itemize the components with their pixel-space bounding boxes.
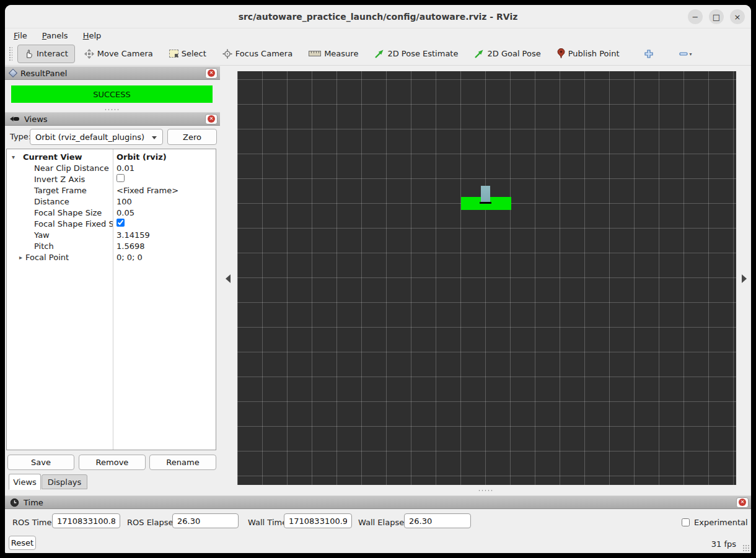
interact-tool-button[interactable]: Interact (17, 45, 75, 63)
property-value[interactable]: 0.01 (113, 163, 134, 173)
property-row[interactable]: Pitch 1.5698 (7, 240, 216, 251)
reset-button[interactable]: Reset (9, 536, 36, 550)
view-type-value: Orbit (rviz_default_plugins) (35, 133, 144, 142)
views-panel-header[interactable]: Views ✕ (5, 112, 220, 126)
property-row[interactable]: Near Clip Distance 0.01 (7, 162, 216, 173)
select-tool-button[interactable]: Select (162, 45, 213, 63)
close-icon: ✕ (739, 499, 746, 506)
tool-label: Publish Point (568, 49, 620, 58)
maximize-button[interactable]: □ (709, 9, 724, 24)
ros-elapsed-input[interactable] (172, 513, 239, 528)
panel-tabbar: Views Displays (5, 474, 220, 490)
menu-file[interactable]: File (14, 31, 27, 40)
ros-time-input[interactable] (52, 513, 120, 528)
pose-estimate-tool-button[interactable]: 2D Pose Estimate (367, 45, 465, 63)
chevron-down-icon (152, 136, 157, 139)
rename-button[interactable]: Rename (149, 455, 216, 470)
views-panel-icon (10, 116, 20, 122)
tool-label: Focus Camera (235, 49, 292, 58)
render-viewport[interactable] (237, 71, 736, 485)
toolbar-drag-handle[interactable] (9, 46, 12, 61)
property-value[interactable]: 0; 0; 0 (113, 253, 143, 262)
collapse-right-arrow-icon[interactable] (742, 274, 747, 283)
property-value[interactable]: <Fixed Frame> (113, 186, 178, 195)
wall-elapsed-input[interactable] (404, 513, 471, 528)
view-type-combobox[interactable]: Orbit (rviz_default_plugins) (30, 129, 163, 145)
minus-icon (679, 49, 688, 59)
move-arrows-icon (84, 49, 94, 59)
tab-views[interactable]: Views (9, 474, 41, 490)
tool-label: 2D Pose Estimate (387, 49, 458, 58)
property-row[interactable]: Distance 100 (7, 196, 216, 207)
tab-displays[interactable]: Displays (42, 474, 87, 489)
green-arrow-icon (474, 49, 484, 59)
status-banner: SUCCESS (11, 85, 213, 103)
property-value[interactable]: 3.14159 (113, 230, 150, 240)
map-pin-icon (557, 48, 565, 59)
result-panel-title: ResultPanel (20, 69, 67, 78)
tool-label: Interact (37, 49, 68, 58)
green-arrow-icon (374, 49, 384, 59)
focal-shape-fixed-size-checkbox[interactable] (116, 219, 125, 227)
tool-label: Move Camera (97, 49, 153, 58)
left-panel: ResultPanel ✕ SUCCESS Views ✕ Type: Orbi… (5, 66, 220, 495)
property-row[interactable]: ▸ Focal Point 0; 0; 0 (7, 251, 216, 263)
focus-camera-tool-button[interactable]: Focus Camera (216, 45, 299, 63)
property-row[interactable]: Target Frame <Fixed Frame> (7, 185, 216, 196)
result-panel-close-button[interactable]: ✕ (205, 68, 218, 79)
ros-time-label: ROS Time: (12, 518, 55, 527)
close-button[interactable]: × (730, 9, 745, 24)
property-label: Yaw (18, 230, 113, 240)
property-label: Current View (18, 152, 113, 162)
property-value[interactable]: Orbit (rviz) (113, 152, 167, 162)
result-panel-header[interactable]: ResultPanel ✕ (5, 66, 220, 80)
expander-right-icon[interactable]: ▸ (19, 254, 25, 261)
time-panel-close-button[interactable]: ✕ (736, 497, 749, 508)
tool-label: 2D Goal Pose (487, 49, 540, 58)
invert-z-axis-checkbox[interactable] (116, 174, 125, 182)
property-row[interactable]: Focal Shape Size 0.05 (7, 207, 216, 218)
panel-splitter-handle[interactable] (104, 108, 120, 111)
views-panel-close-button[interactable]: ✕ (205, 114, 218, 124)
property-value[interactable]: 1.5698 (113, 242, 145, 251)
property-row[interactable]: Focal Shape Fixed S… (7, 218, 216, 229)
property-label: Focal Shape Fixed S… (18, 219, 113, 229)
remove-tool-button[interactable]: ▾ (672, 45, 698, 63)
view-properties-grid: ▾ Current View Orbit (rviz) Near Clip Di… (6, 149, 216, 450)
titlebar[interactable]: src/autoware_practice_launch/config/auto… (5, 5, 751, 28)
save-button[interactable]: Save (7, 455, 74, 470)
add-tool-button[interactable] (637, 45, 661, 63)
menu-panels[interactable]: Panels (42, 31, 68, 40)
plus-icon (644, 49, 654, 59)
zero-button[interactable]: Zero (167, 129, 217, 145)
time-panel-header[interactable]: Time ✕ (5, 495, 751, 509)
property-value[interactable]: 0.05 (113, 208, 134, 217)
viewport-splitter-handle[interactable] (478, 489, 494, 492)
resize-grip[interactable] (742, 544, 749, 551)
clock-icon (10, 498, 19, 507)
close-icon: ✕ (208, 115, 215, 123)
wall-time-input[interactable] (284, 513, 352, 528)
move-camera-tool-button[interactable]: Move Camera (77, 45, 160, 63)
property-label: Invert Z Axis (18, 175, 113, 184)
experimental-checkbox[interactable] (682, 518, 690, 526)
property-row[interactable]: Yaw 3.14159 (7, 229, 216, 240)
minimize-button[interactable]: − (688, 9, 703, 24)
rviz-window: src/autoware_practice_launch/config/auto… (5, 5, 751, 553)
collapse-left-arrow-icon[interactable] (226, 274, 231, 283)
property-row[interactable]: Invert Z Axis (7, 173, 216, 185)
property-label: Focal Shape Size (18, 208, 113, 217)
property-row[interactable]: ▾ Current View Orbit (rviz) (7, 151, 216, 162)
measure-tool-button[interactable]: Measure (302, 45, 365, 63)
expander-down-icon[interactable]: ▾ (12, 154, 18, 160)
publish-point-tool-button[interactable]: Publish Point (550, 44, 626, 63)
robot-box-shadow (480, 202, 491, 204)
goal-pose-tool-button[interactable]: 2D Goal Pose (467, 45, 547, 63)
property-value[interactable]: 100 (113, 197, 132, 206)
property-label: Distance (18, 197, 113, 206)
menu-help[interactable]: Help (83, 31, 102, 40)
remove-button[interactable]: Remove (79, 455, 146, 470)
property-label: Target Frame (18, 186, 113, 195)
close-icon: ✕ (208, 69, 215, 77)
result-panel-icon (9, 69, 17, 77)
